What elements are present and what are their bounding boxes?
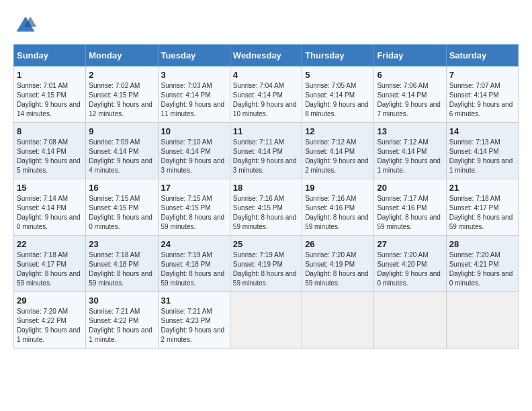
day-number: 29 (17, 295, 83, 306)
calendar-cell: 25 Sunrise: 7:19 AMSunset: 4:19 PMDaylig… (230, 236, 302, 292)
calendar-cell: 6 Sunrise: 7:06 AMSunset: 4:14 PMDayligh… (374, 66, 446, 123)
day-info: Sunrise: 7:10 AMSunset: 4:14 PMDaylight:… (161, 138, 227, 175)
day-info: Sunrise: 7:02 AMSunset: 4:15 PMDaylight:… (89, 81, 154, 119)
day-info: Sunrise: 7:11 AMSunset: 4:14 PMDaylight:… (233, 138, 299, 175)
calendar-cell: 27 Sunrise: 7:20 AMSunset: 4:20 PMDaylig… (374, 236, 446, 292)
calendar-cell: 12 Sunrise: 7:12 AMSunset: 4:14 PMDaylig… (302, 123, 374, 179)
day-number: 26 (305, 239, 371, 249)
calendar-header-thursday: Thursday (302, 45, 374, 66)
day-number: 22 (17, 239, 83, 249)
day-info: Sunrise: 7:20 AMSunset: 4:20 PMDaylight:… (377, 250, 443, 288)
calendar-cell: 10 Sunrise: 7:10 AMSunset: 4:14 PMDaylig… (158, 123, 230, 179)
day-number: 9 (89, 126, 154, 136)
calendar-week-row: 8 Sunrise: 7:08 AMSunset: 4:14 PMDayligh… (14, 123, 519, 179)
day-number: 15 (17, 183, 83, 193)
calendar-cell: 13 Sunrise: 7:12 AMSunset: 4:14 PMDaylig… (374, 123, 446, 179)
calendar-cell: 23 Sunrise: 7:18 AMSunset: 4:18 PMDaylig… (86, 236, 158, 292)
day-info: Sunrise: 7:01 AMSunset: 4:15 PMDaylight:… (17, 81, 83, 119)
day-info: Sunrise: 7:16 AMSunset: 4:16 PMDaylight:… (305, 194, 371, 232)
calendar-cell: 7 Sunrise: 7:07 AMSunset: 4:14 PMDayligh… (446, 66, 518, 123)
day-info: Sunrise: 7:07 AMSunset: 4:14 PMDaylight:… (449, 81, 515, 119)
day-number: 1 (17, 70, 83, 80)
calendar-cell: 11 Sunrise: 7:11 AMSunset: 4:14 PMDaylig… (230, 123, 302, 179)
calendar-cell: 15 Sunrise: 7:14 AMSunset: 4:14 PMDaylig… (14, 179, 86, 236)
calendar-cell: 4 Sunrise: 7:04 AMSunset: 4:14 PMDayligh… (230, 66, 302, 123)
day-info: Sunrise: 7:15 AMSunset: 4:15 PMDaylight:… (89, 194, 154, 232)
day-number: 4 (233, 70, 299, 80)
day-info: Sunrise: 7:03 AMSunset: 4:14 PMDaylight:… (161, 81, 227, 119)
day-info: Sunrise: 7:12 AMSunset: 4:14 PMDaylight:… (377, 138, 443, 175)
calendar-cell: 21 Sunrise: 7:18 AMSunset: 4:17 PMDaylig… (446, 179, 518, 236)
calendar-cell (302, 292, 374, 349)
day-info: Sunrise: 7:19 AMSunset: 4:18 PMDaylight:… (161, 250, 227, 288)
calendar-cell (230, 292, 302, 349)
day-number: 10 (161, 126, 227, 136)
day-info: Sunrise: 7:18 AMSunset: 4:18 PMDaylight:… (89, 250, 154, 288)
logo (13, 13, 40, 38)
day-info: Sunrise: 7:21 AMSunset: 4:23 PMDaylight:… (161, 307, 227, 345)
day-number: 16 (89, 183, 154, 193)
calendar-week-row: 15 Sunrise: 7:14 AMSunset: 4:14 PMDaylig… (14, 179, 519, 236)
day-number: 19 (305, 183, 371, 193)
calendar-header-row: SundayMondayTuesdayWednesdayThursdayFrid… (14, 45, 519, 66)
calendar-cell: 5 Sunrise: 7:05 AMSunset: 4:14 PMDayligh… (302, 66, 374, 123)
day-number: 20 (377, 183, 443, 193)
day-info: Sunrise: 7:21 AMSunset: 4:22 PMDaylight:… (89, 307, 154, 345)
day-number: 23 (89, 239, 154, 249)
calendar-cell: 24 Sunrise: 7:19 AMSunset: 4:18 PMDaylig… (158, 236, 230, 292)
calendar-cell: 2 Sunrise: 7:02 AMSunset: 4:15 PMDayligh… (86, 66, 158, 123)
day-info: Sunrise: 7:08 AMSunset: 4:14 PMDaylight:… (17, 138, 83, 175)
calendar-cell: 22 Sunrise: 7:18 AMSunset: 4:17 PMDaylig… (14, 236, 86, 292)
day-info: Sunrise: 7:14 AMSunset: 4:14 PMDaylight:… (17, 194, 83, 232)
calendar-header-wednesday: Wednesday (230, 45, 302, 66)
calendar-cell: 17 Sunrise: 7:15 AMSunset: 4:15 PMDaylig… (158, 179, 230, 236)
calendar-header-friday: Friday (374, 45, 446, 66)
day-number: 13 (377, 126, 443, 136)
calendar-week-row: 29 Sunrise: 7:20 AMSunset: 4:22 PMDaylig… (14, 292, 519, 349)
day-info: Sunrise: 7:12 AMSunset: 4:14 PMDaylight:… (305, 138, 371, 175)
calendar-cell: 19 Sunrise: 7:16 AMSunset: 4:16 PMDaylig… (302, 179, 374, 236)
day-number: 2 (89, 70, 154, 80)
day-number: 14 (449, 126, 515, 136)
calendar-header-sunday: Sunday (14, 45, 86, 66)
day-info: Sunrise: 7:09 AMSunset: 4:14 PMDaylight:… (89, 138, 154, 175)
day-info: Sunrise: 7:20 AMSunset: 4:22 PMDaylight:… (17, 307, 83, 345)
calendar-cell: 8 Sunrise: 7:08 AMSunset: 4:14 PMDayligh… (14, 123, 86, 179)
day-info: Sunrise: 7:04 AMSunset: 4:14 PMDaylight:… (233, 81, 299, 119)
day-info: Sunrise: 7:13 AMSunset: 4:14 PMDaylight:… (449, 138, 515, 175)
calendar-cell: 30 Sunrise: 7:21 AMSunset: 4:22 PMDaylig… (86, 292, 158, 349)
day-info: Sunrise: 7:20 AMSunset: 4:19 PMDaylight:… (305, 250, 371, 288)
calendar-cell: 9 Sunrise: 7:09 AMSunset: 4:14 PMDayligh… (86, 123, 158, 179)
calendar-cell: 1 Sunrise: 7:01 AMSunset: 4:15 PMDayligh… (14, 66, 86, 123)
header (13, 13, 519, 38)
day-number: 31 (161, 295, 227, 306)
day-info: Sunrise: 7:18 AMSunset: 4:17 PMDaylight:… (449, 194, 515, 232)
day-info: Sunrise: 7:19 AMSunset: 4:19 PMDaylight:… (233, 250, 299, 288)
calendar-header-saturday: Saturday (446, 45, 518, 66)
day-info: Sunrise: 7:15 AMSunset: 4:15 PMDaylight:… (161, 194, 227, 232)
day-info: Sunrise: 7:16 AMSunset: 4:15 PMDaylight:… (233, 194, 299, 232)
calendar-header-tuesday: Tuesday (158, 45, 230, 66)
day-number: 27 (377, 239, 443, 249)
day-number: 8 (17, 126, 83, 136)
calendar-cell: 26 Sunrise: 7:20 AMSunset: 4:19 PMDaylig… (302, 236, 374, 292)
day-number: 12 (305, 126, 371, 136)
calendar-cell: 20 Sunrise: 7:17 AMSunset: 4:16 PMDaylig… (374, 179, 446, 236)
calendar-cell (446, 292, 518, 349)
day-number: 21 (449, 183, 515, 193)
day-number: 28 (449, 239, 515, 249)
day-number: 18 (233, 183, 299, 193)
calendar-week-row: 1 Sunrise: 7:01 AMSunset: 4:15 PMDayligh… (14, 66, 519, 123)
day-info: Sunrise: 7:20 AMSunset: 4:21 PMDaylight:… (449, 250, 515, 288)
calendar-cell: 16 Sunrise: 7:15 AMSunset: 4:15 PMDaylig… (86, 179, 158, 236)
day-number: 6 (377, 70, 443, 80)
day-info: Sunrise: 7:06 AMSunset: 4:14 PMDaylight:… (377, 81, 443, 119)
day-info: Sunrise: 7:17 AMSunset: 4:16 PMDaylight:… (377, 194, 443, 232)
day-number: 24 (161, 239, 227, 249)
calendar-cell: 3 Sunrise: 7:03 AMSunset: 4:14 PMDayligh… (158, 66, 230, 123)
day-number: 17 (161, 183, 227, 193)
calendar-cell: 29 Sunrise: 7:20 AMSunset: 4:22 PMDaylig… (14, 292, 86, 349)
calendar-cell: 31 Sunrise: 7:21 AMSunset: 4:23 PMDaylig… (158, 292, 230, 349)
calendar-cell: 18 Sunrise: 7:16 AMSunset: 4:15 PMDaylig… (230, 179, 302, 236)
day-info: Sunrise: 7:05 AMSunset: 4:14 PMDaylight:… (305, 81, 371, 119)
